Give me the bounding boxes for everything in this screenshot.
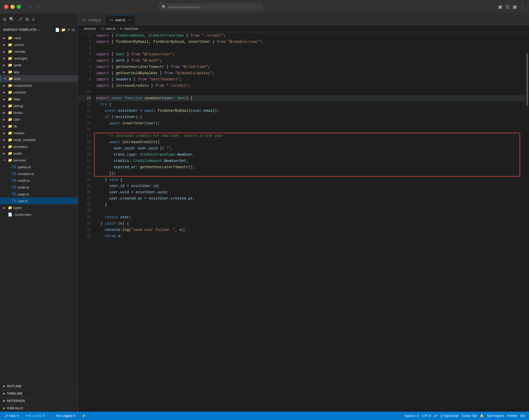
bell-status[interactable]: 🔔 (479, 414, 485, 418)
encoding-label: UTF-8 (422, 414, 431, 418)
line-ending-status[interactable]: LF (433, 414, 438, 418)
locale-status[interactable]: EN (519, 414, 526, 418)
tab-config-ts[interactable]: TS config.ts (78, 15, 105, 25)
close-button[interactable] (4, 5, 8, 9)
breadcrumb-user-ts[interactable]: user.ts (105, 27, 115, 31)
nav-back-button[interactable]: ← (28, 4, 33, 10)
notepads-panel[interactable]: ▶ NOTEPADS (0, 397, 78, 404)
line-num-2: 2 (78, 39, 91, 45)
tree-item-auth[interactable]: ▼ 📁 auth (0, 75, 78, 82)
tree-item-lib[interactable]: ▶ 📁 lib (0, 123, 78, 130)
search-icon[interactable]: 🔍 (9, 17, 14, 22)
tree-label: .next (14, 36, 21, 40)
dropdown-icon[interactable]: ∨ (32, 17, 35, 22)
tree-item-components[interactable]: ▶ 📁 components (0, 82, 78, 89)
folder-icon: 📁 (7, 206, 13, 210)
tree-item-public[interactable]: ▶ 📁 public (0, 150, 78, 157)
panel-label: NOTEPADS (7, 399, 25, 403)
spaces-status[interactable]: Spaces: 2 (404, 414, 420, 418)
collapse-icon[interactable]: ⊟ (72, 28, 75, 32)
encoding-status[interactable]: UTF-8 (421, 414, 432, 418)
tree-item-constant-ts[interactable]: TS constant.ts (0, 170, 78, 177)
line-num-10: 10 (78, 89, 91, 95)
panel-label: OUTLINE (7, 384, 22, 388)
i18n-ally-panel[interactable]: ▶ I18N ALLY (0, 404, 78, 412)
tree-label: providers (14, 145, 27, 149)
editor-area: TS config.ts TS user.ts ✕ services › TS … (78, 14, 529, 412)
tree-item-user-ts[interactable]: TS user.ts (0, 197, 78, 204)
tree-item-debug[interactable]: ▶ 📁 debug (0, 102, 78, 109)
tree-item-cursorrules[interactable]: 📄 .cursorrules (0, 211, 78, 218)
new-file-icon[interactable]: 📄 (55, 28, 60, 32)
ts-badge: TS (109, 19, 113, 22)
error-num: 0 (29, 414, 31, 418)
nav-forward-button[interactable]: → (35, 4, 40, 10)
line-num-27: 27 (78, 195, 91, 202)
title-search-bar[interactable]: 🔍 shipany-template-one (159, 3, 263, 10)
code-line-3 (96, 45, 525, 51)
tree-item-wrangler[interactable]: ▶ 📁 .wrangler (0, 55, 78, 62)
outline-panel[interactable]: ▶ OUTLINE (0, 382, 78, 390)
tabs-bar: TS config.ts TS user.ts ✕ (78, 14, 529, 25)
breadcrumb-services[interactable]: services (84, 27, 96, 31)
git-branch[interactable]: ⎇ main ↻ (3, 412, 20, 420)
tree-item-next[interactable]: ▶ 📁 .next (0, 34, 78, 41)
maximize-button[interactable] (17, 5, 21, 9)
prettier-status[interactable]: Prettier (506, 414, 519, 418)
tree-label: hooks (14, 111, 23, 115)
tree-item-vscode[interactable]: ▶ 📁 .vscode (0, 48, 78, 55)
copy-icon[interactable]: ⧉ (3, 17, 6, 22)
line-num-12: 12 (78, 101, 91, 108)
tree-item-apikey-ts[interactable]: TS apikey.ts (0, 164, 78, 170)
folder-icon: 📁 (7, 104, 13, 108)
tree-item-models[interactable]: ▶ 📁 models (0, 130, 78, 136)
tree-item-order-ts[interactable]: TS order.ts (0, 184, 78, 191)
tree-item-services[interactable]: ▼ 📁 services (0, 157, 78, 164)
source-icon: ⚡ (82, 414, 86, 418)
tree-item-aisdk[interactable]: ▶ 📁 aisdk (0, 62, 78, 68)
tree-item-page-ts[interactable]: TS page.ts (0, 191, 78, 197)
breadcrumb-save-user[interactable]: saveUser (124, 27, 139, 31)
tree-item-hooks[interactable]: ▶ 📁 hooks (0, 109, 78, 116)
tab-user-ts[interactable]: TS user.ts ✕ (105, 15, 135, 25)
tree-item-contexts[interactable]: ▶ 📁 contexts (0, 89, 78, 96)
tree-item-vercel[interactable]: ▶ 📁 .vercel (0, 41, 78, 48)
tree-label: credit.ts (18, 179, 30, 183)
line-num-30: 30 (78, 214, 91, 220)
timeline-panel[interactable]: ▶ TIMELINE (0, 390, 78, 397)
tree-item-types[interactable]: ▶ 📁 types (0, 204, 78, 211)
scrollbar-thumb[interactable] (526, 53, 528, 106)
line-num-13: 13 (78, 108, 91, 114)
tree-item-i18n[interactable]: ▶ 📁 i18n (0, 116, 78, 123)
folder-icon: 📁 (7, 56, 13, 60)
line-num-17: 17 (78, 133, 91, 139)
tree-item-data[interactable]: ▶ 📁 data (0, 96, 78, 102)
new-folder-icon[interactable]: 📁 (61, 28, 66, 32)
refresh-icon[interactable]: ↺ (67, 28, 70, 32)
source-action[interactable]: ⚡ (81, 412, 87, 420)
language-status[interactable]: {} TypeScript (439, 414, 460, 418)
settings-icon[interactable]: ⋮ (520, 4, 525, 10)
tree-item-providers[interactable]: ▶ 📁 providers (0, 143, 78, 150)
code-content[interactable]: ➜ import { CreditsAmount, CreditsTransTy… (94, 32, 525, 412)
line-num-9: 9 (78, 83, 91, 89)
sort-imports-status[interactable]: Sort Imports (486, 414, 505, 418)
source-control-icon[interactable]: ⎇ (17, 17, 22, 22)
editor-layout-icon[interactable]: ⊟ (506, 4, 509, 10)
error-count[interactable]: ✕ 0 ⚠ 0 ⓘ 0 (25, 412, 46, 420)
code-line-6: import { getOneYearLaterTimestr } from "… (96, 64, 525, 70)
extensions-icon[interactable]: ⊞ (25, 17, 29, 22)
tree-label: page.ts (18, 192, 29, 196)
panel-toggle-icon[interactable]: ▣ (513, 4, 517, 10)
tree-item-app[interactable]: ▶ 📁 app (0, 68, 78, 75)
editor-scrollbar[interactable] (525, 32, 529, 412)
cursor-status[interactable]: Cursor Tab (461, 414, 478, 418)
close-tab-icon[interactable]: ✕ (128, 18, 131, 22)
not-logged-in[interactable]: 👤 Not Logged In (50, 412, 77, 420)
sidebar-toggle-icon[interactable]: ▣ (498, 4, 502, 10)
tree-item-credit-ts[interactable]: TS credit.ts (0, 177, 78, 184)
code-line-20: trans_type: CreditsTransType.NewUser, (96, 151, 525, 158)
tree-item-node-modules[interactable]: ▶ 📁 node_modules (0, 136, 78, 143)
folder-icon: 📁 (7, 90, 13, 94)
minimize-button[interactable] (10, 5, 15, 9)
